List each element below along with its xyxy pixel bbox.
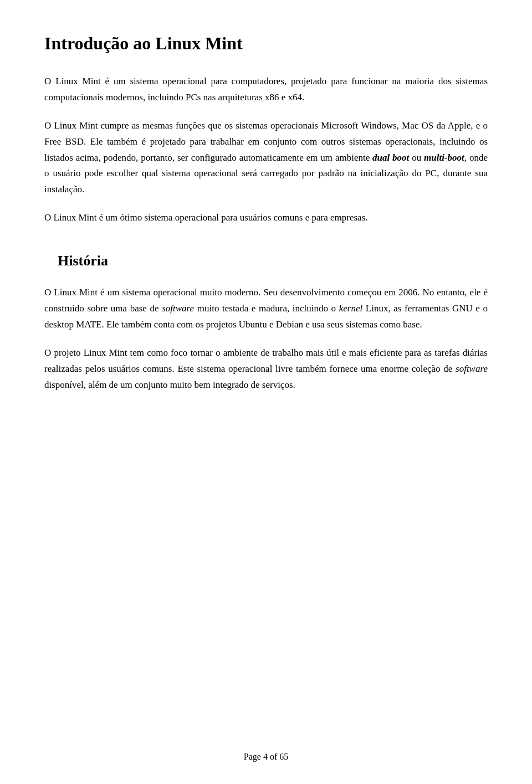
intro-paragraph-2: O Linux Mint cumpre as mesmas funções qu… (44, 118, 488, 198)
dual-boot-text: dual boot (372, 152, 409, 163)
historia-paragraph-2: O projeto Linux Mint tem como foco torna… (44, 345, 488, 393)
software-italic-2: software (456, 363, 488, 374)
multi-boot-text: multi-boot (424, 152, 464, 163)
page-title: Introdução ao Linux Mint (44, 33, 488, 54)
intro-paragraph-3: O Linux Mint é um ótimo sistema operacio… (44, 210, 488, 226)
historia-heading: História (44, 253, 488, 269)
intro-paragraph-1: O Linux Mint é um sistema operacional pa… (44, 74, 488, 106)
kernel-italic: kernel (339, 303, 362, 314)
software-italic-1: software (162, 303, 194, 314)
historia-paragraph-1: O Linux Mint é um sistema operacional mu… (44, 285, 488, 333)
page-container: Introdução ao Linux Mint O Linux Mint é … (0, 0, 532, 784)
page-footer: Page 4 of 65 (0, 752, 532, 762)
